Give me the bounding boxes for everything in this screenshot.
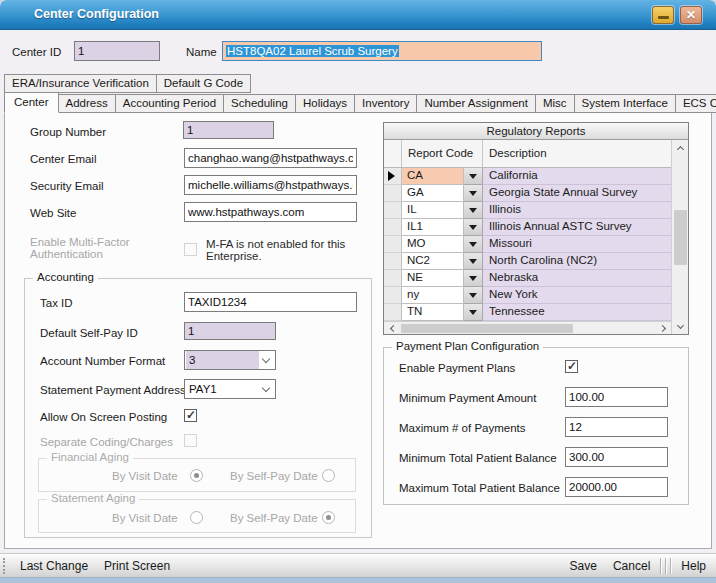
tab-default-g-code[interactable]: Default G Code [157, 74, 251, 93]
security-email-input[interactable] [184, 175, 357, 195]
group-number-input[interactable] [183, 121, 274, 139]
tab-holidays[interactable]: Holidays [296, 94, 355, 113]
min-total-patient-balance-label: Minimum Total Patient Balance [399, 452, 557, 464]
min-payment-amount-input[interactable] [565, 387, 668, 407]
description-cell[interactable]: Tennessee [483, 304, 671, 321]
dropdown-arrow-icon [469, 293, 477, 298]
tab-accounting-period[interactable]: Accounting Period [116, 94, 224, 113]
max-number-of-payments-label: Maximum # of Payments [399, 422, 526, 434]
minimize-button[interactable] [652, 6, 674, 24]
tab-ecs-claim[interactable]: ECS Claim [676, 94, 716, 113]
tab-inventory[interactable]: Inventory [355, 94, 417, 113]
close-button[interactable]: ✕ [680, 6, 702, 24]
grid-vertical-scrollbar[interactable] [671, 140, 688, 334]
save-button[interactable]: Save [562, 559, 605, 573]
report-code-dropdown[interactable] [464, 168, 483, 185]
report-code-cell[interactable]: IL1 [402, 219, 464, 236]
allow-on-screen-posting-label: Allow On Screen Posting [40, 411, 167, 423]
account-number-format-select[interactable]: 3 [184, 350, 276, 370]
report-code-cell[interactable]: GA [402, 185, 464, 202]
report-code-cell[interactable]: NE [402, 270, 464, 287]
window-title: Center Configuration [34, 7, 159, 21]
report-code-dropdown[interactable] [464, 287, 483, 304]
report-code-dropdown[interactable] [464, 185, 483, 202]
financial-aging-by-visit-radio [190, 469, 203, 482]
report-code-dropdown[interactable] [464, 202, 483, 219]
tab-era-insurance-verification[interactable]: ERA/Insurance Verification [4, 74, 157, 93]
regulatory-report-row: NE Nebraska [384, 270, 671, 287]
center-id-input[interactable] [74, 41, 160, 61]
regulatory-report-row: ny New York [384, 287, 671, 304]
description-cell[interactable]: Illinois Annual ASTC Survey [483, 219, 671, 236]
description-cell[interactable]: North Carolina (NC2) [483, 253, 671, 270]
tab-system-interface[interactable]: System Interface [575, 94, 676, 113]
tab-address[interactable]: Address [59, 94, 116, 113]
tab-number-assignment[interactable]: Number Assignment [417, 94, 536, 113]
report-code-dropdown[interactable] [464, 304, 483, 321]
statement-aging-by-visit-label: By Visit Date [112, 512, 178, 524]
report-code-cell[interactable]: NC2 [402, 253, 464, 270]
scroll-up-icon[interactable] [672, 140, 689, 155]
name-label: Name [186, 46, 217, 58]
description-cell[interactable]: Illinois [483, 202, 671, 219]
report-code-dropdown[interactable] [464, 236, 483, 253]
description-cell[interactable]: Georgia State Annual Survey [483, 185, 671, 202]
min-total-patient-balance-input[interactable] [565, 447, 668, 467]
report-code-cell[interactable]: TN [402, 304, 464, 321]
toolbar-separator [670, 558, 671, 574]
separate-coding-label: Separate Coding/Charges [40, 436, 173, 448]
description-cell[interactable]: New York [483, 287, 671, 304]
tab-misc[interactable]: Misc [536, 94, 575, 113]
web-site-input[interactable] [184, 202, 357, 222]
chevron-down-icon [262, 383, 270, 391]
statement-payment-address-value: PAY1 [188, 380, 259, 398]
tab-center[interactable]: Center [4, 92, 59, 113]
statement-payment-address-select[interactable]: PAY1 [184, 379, 276, 399]
max-number-of-payments-input[interactable] [565, 417, 668, 437]
report-code-cell[interactable]: IL [402, 202, 464, 219]
scroll-right-icon[interactable] [655, 322, 671, 335]
report-code-dropdown[interactable] [464, 253, 483, 270]
web-site-label: Web Site [30, 207, 76, 219]
center-email-input[interactable] [184, 148, 357, 168]
tax-id-input[interactable] [184, 292, 357, 312]
cancel-button[interactable]: Cancel [605, 559, 658, 573]
enable-payment-plans-checkbox[interactable] [565, 360, 578, 373]
mfa-note: M-FA is not enabled for this Enterprise. [206, 238, 361, 262]
report-code-dropdown[interactable] [464, 270, 483, 287]
report-code-dropdown[interactable] [464, 219, 483, 236]
help-button[interactable]: Help [673, 559, 716, 573]
report-code-cell[interactable]: ny [402, 287, 464, 304]
dropdown-arrow-icon [469, 191, 477, 196]
payment-plan-title: Payment Plan Configuration [392, 340, 543, 352]
dropdown-arrow-icon [469, 208, 477, 213]
row-indicator [384, 287, 402, 304]
description-cell[interactable]: Nebraska [483, 270, 671, 287]
scroll-down-icon[interactable] [672, 319, 689, 334]
allow-on-screen-posting-checkbox[interactable] [184, 409, 197, 422]
vertical-scroll-thumb[interactable] [674, 210, 687, 265]
grid-header-row: Report Code Description [384, 140, 671, 168]
report-code-cell[interactable]: CA [402, 168, 464, 185]
default-self-pay-input[interactable] [184, 322, 276, 340]
tab-scheduling[interactable]: Scheduling [224, 94, 296, 113]
description-cell[interactable]: California [483, 168, 671, 185]
report-code-cell[interactable]: MO [402, 236, 464, 253]
group-number-label: Group Number [30, 126, 106, 138]
max-total-patient-balance-input[interactable] [565, 477, 668, 497]
horizontal-scroll-thumb[interactable] [401, 324, 573, 333]
last-change-button[interactable]: Last Change [12, 559, 96, 573]
grid-horizontal-scrollbar[interactable] [384, 321, 671, 334]
statement-aging-by-self-pay-label: By Self-Pay Date [230, 512, 318, 524]
print-screen-button[interactable]: Print Screen [96, 559, 178, 573]
default-self-pay-label: Default Self-Pay ID [40, 327, 138, 339]
dropdown-arrow-icon [469, 259, 477, 264]
description-cell[interactable]: Missouri [483, 236, 671, 253]
name-input[interactable]: HST8QA02 Laurel Scrub Surgery [222, 41, 542, 61]
scroll-left-icon[interactable] [384, 322, 400, 335]
window-bottom-border [0, 578, 716, 583]
regulatory-report-row: CA California [384, 168, 671, 185]
statement-aging-title: Statement Aging [47, 492, 139, 504]
grid-header-description: Description [483, 140, 671, 167]
minimize-icon [658, 16, 669, 19]
